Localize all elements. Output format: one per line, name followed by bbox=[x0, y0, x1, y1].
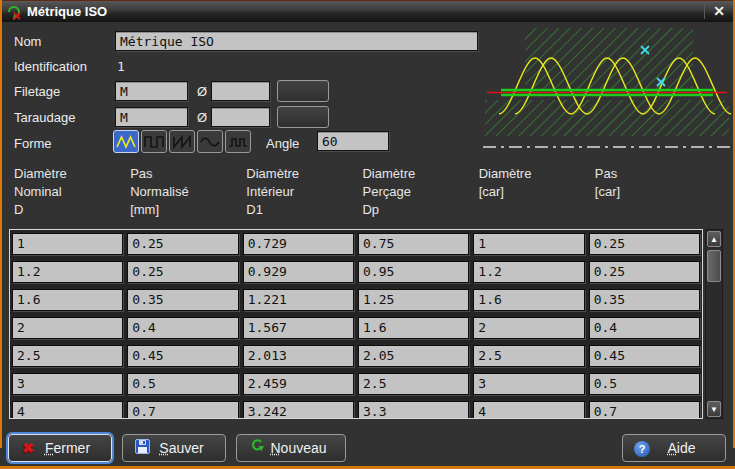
table-cell[interactable]: 3.3 bbox=[358, 401, 469, 419]
app-icon bbox=[5, 3, 23, 21]
table-cell[interactable]: 0.45 bbox=[589, 345, 700, 367]
table-cell[interactable]: 0.25 bbox=[127, 261, 238, 283]
sine-wave-icon bbox=[200, 135, 220, 149]
fermer-button[interactable]: ✖ Fermer bbox=[8, 434, 112, 462]
taraudage-prefix-input[interactable] bbox=[115, 107, 188, 127]
table-row: 10.250.7290.7510.25 bbox=[12, 233, 700, 255]
titlebar-separator bbox=[704, 4, 705, 19]
filetage-diameter-input[interactable] bbox=[211, 81, 270, 101]
table-cell[interactable]: 1.221 bbox=[243, 289, 354, 311]
angle-label: Angle bbox=[266, 136, 299, 151]
forme-sawtooth-wave-button[interactable] bbox=[169, 130, 195, 153]
table-cell[interactable]: 1.6 bbox=[12, 289, 123, 311]
taraudage-diameter-input[interactable] bbox=[211, 107, 270, 127]
filetage-browse-button[interactable] bbox=[277, 80, 329, 102]
window-title: Métrique ISO bbox=[27, 1, 107, 22]
table-cell[interactable]: 1.25 bbox=[358, 289, 469, 311]
column-header: DiamètreNominalD bbox=[9, 165, 122, 219]
forme-sine-wave-button[interactable] bbox=[197, 130, 223, 153]
forme-button-group bbox=[113, 130, 251, 153]
filetage-prefix-input[interactable] bbox=[115, 81, 188, 101]
table-cell[interactable]: 2.013 bbox=[243, 345, 354, 367]
table-cell[interactable]: 2 bbox=[473, 317, 584, 339]
aide-button[interactable]: ? Aide bbox=[622, 434, 726, 462]
column-header: PasNormalisé[mm] bbox=[125, 165, 238, 219]
table-cell[interactable]: 0.4 bbox=[127, 317, 238, 339]
table-cell[interactable]: 1.6 bbox=[473, 289, 584, 311]
taraudage-browse-button[interactable] bbox=[277, 106, 329, 128]
table-cell[interactable]: 3 bbox=[473, 373, 584, 395]
table-cell[interactable]: 2.5 bbox=[12, 345, 123, 367]
table-cell[interactable]: 2.5 bbox=[473, 345, 584, 367]
forme-square-wave-button[interactable] bbox=[141, 130, 167, 153]
table-cell[interactable]: 2.459 bbox=[243, 373, 354, 395]
sauver-button[interactable]: Sauver bbox=[122, 434, 226, 462]
table-cell[interactable]: 0.7 bbox=[589, 401, 700, 419]
column-header: Pas[car] bbox=[590, 165, 703, 219]
forme-triangle-wave-button[interactable] bbox=[113, 130, 139, 153]
taraudage-diameter-symbol: Ø bbox=[197, 110, 207, 125]
scroll-up-icon[interactable]: ▲ bbox=[707, 231, 721, 247]
forme-pulse-wave-button[interactable] bbox=[225, 130, 251, 153]
table-cell[interactable]: 0.929 bbox=[243, 261, 354, 283]
table-row: 20.41.5671.620.4 bbox=[12, 317, 700, 339]
table-cell[interactable]: 1 bbox=[12, 233, 123, 255]
table-cell[interactable]: 2.5 bbox=[358, 373, 469, 395]
thread-table-body: 10.250.7290.7510.251.20.250.9290.951.20.… bbox=[12, 233, 700, 419]
table-cell[interactable]: 0.729 bbox=[243, 233, 354, 255]
table-cell[interactable]: 4 bbox=[12, 401, 123, 419]
table-cell[interactable]: 2.05 bbox=[358, 345, 469, 367]
taraudage-label: Taraudage bbox=[14, 110, 75, 125]
table-cell[interactable]: 3 bbox=[12, 373, 123, 395]
triangle-wave-icon bbox=[116, 135, 136, 149]
table-cell[interactable]: 3.242 bbox=[243, 401, 354, 419]
table-row: 1.20.250.9290.951.20.25 bbox=[12, 261, 700, 283]
help-icon: ? bbox=[632, 440, 652, 457]
save-disk-icon bbox=[132, 439, 152, 457]
column-header: Diamètre[car] bbox=[474, 165, 587, 219]
thread-settings-dialog: Métrique ISO ✕ Nom Identification 1 File… bbox=[0, 0, 735, 469]
close-icon[interactable]: ✕ bbox=[710, 1, 728, 22]
identification-label: Identification bbox=[14, 59, 87, 74]
forme-label: Forme bbox=[14, 136, 52, 151]
pulse-wave-icon bbox=[228, 135, 248, 149]
table-cell[interactable]: 0.45 bbox=[127, 345, 238, 367]
scrollbar-thumb[interactable] bbox=[707, 250, 721, 282]
table-cell[interactable]: 0.25 bbox=[127, 233, 238, 255]
table-cell[interactable]: 1.2 bbox=[12, 261, 123, 283]
table-row: 2.50.452.0132.052.50.45 bbox=[12, 345, 700, 367]
nouveau-button[interactable]: Nouveau bbox=[236, 434, 346, 462]
thread-profile-preview bbox=[483, 24, 733, 152]
table-cell[interactable]: 0.75 bbox=[358, 233, 469, 255]
table-row: 1.60.351.2211.251.60.35 bbox=[12, 289, 700, 311]
table-cell[interactable]: 4 bbox=[473, 401, 584, 419]
nom-label: Nom bbox=[14, 34, 41, 49]
table-scrollbar[interactable]: ▲ ▼ bbox=[705, 229, 723, 419]
new-arrow-icon bbox=[246, 439, 266, 457]
angle-input[interactable] bbox=[317, 131, 389, 151]
table-cell[interactable]: 0.95 bbox=[358, 261, 469, 283]
table-cell[interactable]: 1.2 bbox=[473, 261, 584, 283]
square-wave-icon bbox=[144, 135, 164, 149]
table-row: 40.73.2423.340.7 bbox=[12, 401, 700, 419]
scroll-down-icon[interactable]: ▼ bbox=[707, 401, 721, 417]
table-header-row: DiamètreNominalDPasNormalisé[mm]Diamètre… bbox=[9, 165, 703, 219]
table-cell[interactable]: 2 bbox=[12, 317, 123, 339]
titlebar[interactable]: Métrique ISO ✕ bbox=[0, 0, 735, 22]
sawtooth-wave-icon bbox=[172, 135, 192, 149]
table-cell[interactable]: 0.35 bbox=[589, 289, 700, 311]
table-cell[interactable]: 0.5 bbox=[589, 373, 700, 395]
table-cell[interactable]: 0.7 bbox=[127, 401, 238, 419]
table-cell[interactable]: 0.5 bbox=[127, 373, 238, 395]
table-cell[interactable]: 1.567 bbox=[243, 317, 354, 339]
table-cell[interactable]: 0.4 bbox=[589, 317, 700, 339]
table-cell[interactable]: 0.25 bbox=[589, 233, 700, 255]
table-cell[interactable]: 0.35 bbox=[127, 289, 238, 311]
table-cell[interactable]: 1.6 bbox=[358, 317, 469, 339]
table-cell[interactable]: 0.25 bbox=[589, 261, 700, 283]
identification-value: 1 bbox=[117, 59, 125, 74]
column-header: DiamètreIntérieurD1 bbox=[241, 165, 354, 219]
table-cell[interactable]: 1 bbox=[473, 233, 584, 255]
nom-input[interactable] bbox=[115, 31, 478, 51]
filetage-label: Filetage bbox=[14, 84, 60, 99]
